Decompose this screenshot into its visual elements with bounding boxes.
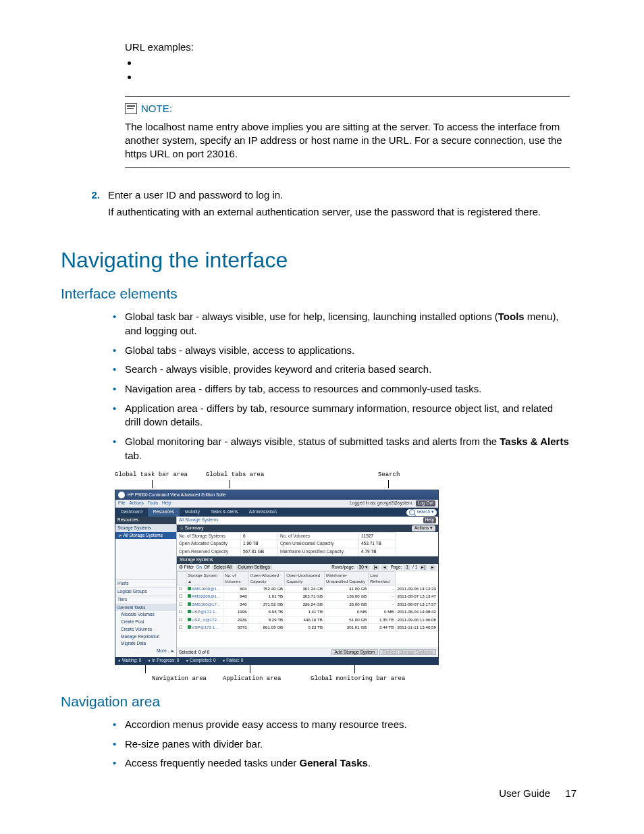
tab-administration[interactable]: Administration — [244, 508, 282, 517]
nav-group[interactable]: Hosts — [115, 579, 176, 588]
page-input[interactable]: 1 — [404, 565, 410, 571]
summary-grid: No. of Storage Systems6No. of Volumes119… — [177, 532, 438, 556]
nav-group[interactable]: Tiers — [115, 596, 176, 604]
nav-group[interactable]: Logical Groups — [115, 588, 176, 596]
nav-task[interactable]: Manage Replication — [115, 633, 176, 641]
refresh-storage-systems-button[interactable]: Refresh Storage Systems — [379, 649, 436, 655]
table-row[interactable]: ☐USP_V@172...29368.29 TB446.16 TB51.00 G… — [178, 616, 438, 623]
search-dropdown-icon[interactable]: ▾ — [431, 509, 434, 515]
filter-off[interactable]: Off — [204, 565, 210, 571]
nav-task[interactable]: Allocate Volumes — [115, 611, 176, 619]
menu-help[interactable]: Help — [162, 500, 171, 506]
summary-label: No. of Storage Systems — [177, 532, 241, 540]
column-header[interactable]: Storage System ▲ — [186, 572, 223, 585]
global-tabs: DashboardResourcesMobilityTasks & Alerts… — [115, 508, 438, 517]
column-header[interactable]: Mainframe-Unspecified Capacity — [325, 572, 369, 585]
column-settings-button[interactable]: Column Settings — [236, 565, 272, 571]
menu-file[interactable]: File — [118, 500, 125, 506]
rows-per-page-select[interactable]: 30 ▾ — [357, 565, 370, 571]
list-item: Navigation area - differs by tab, access… — [125, 382, 570, 396]
column-header[interactable]: Open-Allocated Capacity — [248, 572, 285, 585]
label-search: Search — [378, 471, 400, 479]
column-header[interactable]: Last Refreshed — [369, 572, 396, 585]
storage-systems-header: Storage Systems — [177, 556, 438, 564]
summary-label: Open-Reserved Capacity — [177, 548, 241, 556]
label-navigation-area: Navigation area — [152, 675, 207, 683]
column-header[interactable]: No. of Volumes — [223, 572, 248, 585]
list-item: Accordion menus provide easy access to m… — [125, 718, 570, 732]
help-button[interactable]: Help — [423, 517, 436, 523]
table-row[interactable]: ☐AMS2300@1...9481.01 TB303.71 GB136.00 G… — [178, 593, 438, 600]
summary-value: 567.81 GB — [241, 548, 278, 556]
screenshot: HP P9000 Command View Advanced Edition S… — [115, 490, 439, 664]
list-item: Global task bar - always visible, use fo… — [125, 310, 570, 338]
nav-task[interactable]: Migrate Data — [115, 640, 176, 648]
url-examples-label: URL examples: — [125, 41, 570, 54]
note-bottom-rule — [125, 167, 570, 168]
monitor-status[interactable]: Failed: 0 — [223, 658, 244, 664]
tab-tasks-alerts[interactable]: Tasks & Alerts — [205, 508, 244, 517]
heading-navigating: Navigating the interface — [61, 246, 570, 275]
logout-button[interactable]: Log Out — [416, 500, 435, 506]
page-total: / 1 — [412, 565, 417, 571]
nav-task[interactable]: Create Pool — [115, 619, 176, 626]
nav-more[interactable]: More... ▸ — [115, 648, 176, 655]
page-prev-button[interactable]: ◂ — [381, 565, 388, 571]
step-line-2: If authenticating with an external authe… — [108, 205, 541, 219]
bottom-labels: Navigation area Application area Global … — [115, 665, 439, 684]
nav-all-storage-systems[interactable]: ▸ All Storage Systems — [115, 532, 176, 540]
hp-logo-icon — [118, 492, 125, 498]
menu-tools[interactable]: Tools — [148, 500, 158, 506]
add-storage-system-button[interactable]: Add Storage System — [331, 649, 379, 655]
label-global-tabs: Global tabs area — [206, 471, 264, 479]
table-row[interactable]: ☐VSP@172.1...5073861.05 GB5.23 TB301.01 … — [178, 623, 438, 631]
table-row[interactable]: ☐AMS1000@1...604752.40 GB301.24 GB41.00 … — [178, 585, 438, 593]
table-row[interactable]: ☐SMS100@17...340371.52 GB336.24 GB35.00 … — [178, 600, 438, 608]
url-example-1 — [138, 55, 570, 70]
tab-resources[interactable]: Resources — [148, 508, 180, 517]
filter-on[interactable]: On — [196, 565, 202, 571]
selection-count: Selected: 0 of 6 — [179, 650, 209, 656]
list-item: Application area - differs by tab, resou… — [125, 402, 570, 429]
nav-task[interactable]: Create Volumes — [115, 626, 176, 633]
summary-value: 453.71 TB — [359, 540, 396, 548]
nav-general-tasks[interactable]: General Tasks — [115, 604, 176, 612]
table-toolbar: ⚙ Filter On Off Select All Column Settin… — [177, 564, 438, 572]
monitor-status[interactable]: Completed: 0 — [186, 658, 215, 664]
list-item: Search - always visible, provides keywor… — [125, 363, 570, 377]
search-box[interactable]: search ▾ — [406, 509, 437, 516]
storage-systems-table: Storage System ▲No. of VolumesOpen-Alloc… — [177, 571, 438, 631]
logged-in-label: Logged in as: george2@system. — [350, 500, 413, 506]
summary-value: 1.90 TB — [241, 540, 278, 548]
window-title: HP P9000 Command View Advanced Edition S… — [128, 492, 226, 498]
list-item: Global tabs - always visible, access to … — [125, 344, 570, 358]
monitor-status[interactable]: Waiting: 0 — [118, 658, 141, 664]
actions-button[interactable]: Actions ▾ — [412, 525, 435, 531]
monitor-status[interactable]: In Progress: 0 — [148, 658, 179, 664]
summary-value: 11927 — [359, 532, 396, 540]
list-item: Global monitoring bar - always visible, … — [125, 435, 570, 463]
subheading-interface-elements: Interface elements — [61, 284, 570, 303]
page-last-button[interactable]: ▸ — [429, 565, 436, 571]
subheading-navigation-area: Navigation area — [61, 692, 570, 711]
search-placeholder: search — [417, 509, 430, 515]
summary-label: No. of Volumes — [278, 532, 359, 540]
page-label: Page: — [390, 565, 402, 571]
global-monitoring-bar: Waiting: 0In Progress: 0Completed: 0Fail… — [115, 657, 438, 664]
tab-dashboard[interactable]: Dashboard — [115, 508, 148, 517]
select-all-button[interactable]: Select All — [212, 565, 234, 571]
menu-actions[interactable]: Actions — [129, 500, 143, 506]
label-global-task-bar: Global task bar area — [115, 471, 188, 479]
step-2: 2. Enter a user ID and password to log i… — [88, 188, 570, 221]
page-first-button[interactable]: |◂ — [372, 565, 380, 571]
window-titlebar: HP P9000 Command View Advanced Edition S… — [115, 490, 438, 500]
footer-page-number: 17 — [565, 787, 576, 799]
page-next-button[interactable]: ▸| — [419, 565, 427, 571]
page: URL examples: NOTE: The localhost name e… — [0, 0, 644, 834]
label-monitoring-bar: Global monitoring bar area — [311, 675, 405, 683]
table-row[interactable]: ☐USP@172.1...19966.93 TB1.41 TB0 MB0 MB2… — [178, 608, 438, 616]
label-application-area: Application area — [223, 675, 281, 683]
tab-mobility[interactable]: Mobility — [180, 508, 205, 517]
column-header[interactable]: Open-Unallocated Capacity — [285, 572, 325, 585]
nav-storage-systems[interactable]: Storage Systems — [115, 524, 176, 532]
